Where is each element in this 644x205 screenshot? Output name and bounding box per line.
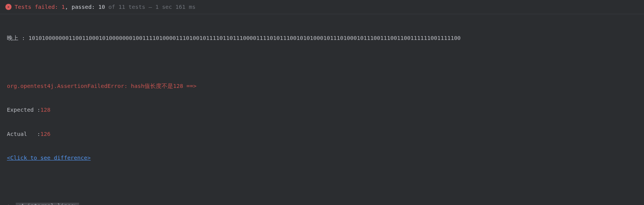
failed-label: Tests failed: 1: [15, 4, 65, 10]
actual-line: Actual :126: [7, 128, 637, 140]
output-line: 晚上 : 10101000000011001100010100000001001…: [7, 32, 637, 44]
assertion-error-line: org.opentest4j.AssertionFailedError: has…: [7, 80, 637, 92]
diff-link-line: <Click to see difference>: [7, 152, 637, 164]
see-difference-link[interactable]: <Click to see difference>: [7, 155, 91, 161]
console-output: 晚上 : 10101000000011001100010100000001001…: [0, 14, 644, 205]
test-summary-text: Tests failed: 1, passed: 10 of 11 tests …: [15, 4, 195, 10]
passed-label: , passed: 10: [65, 4, 105, 10]
blank-line: [7, 176, 637, 188]
blank-line: [7, 56, 637, 68]
expected-line: Expected :128: [7, 104, 637, 116]
error-icon: [5, 4, 12, 10]
summary-tail: of 11 tests – 1 sec 161 ms: [105, 4, 196, 10]
test-results-header: Tests failed: 1, passed: 10 of 11 tests …: [0, 0, 644, 14]
internal-lines-badge[interactable]: <4 internal lines>: [16, 203, 79, 205]
stack-collapse-line: > <4 internal lines>: [7, 200, 637, 205]
collapse-toggle[interactable]: >: [7, 200, 12, 205]
